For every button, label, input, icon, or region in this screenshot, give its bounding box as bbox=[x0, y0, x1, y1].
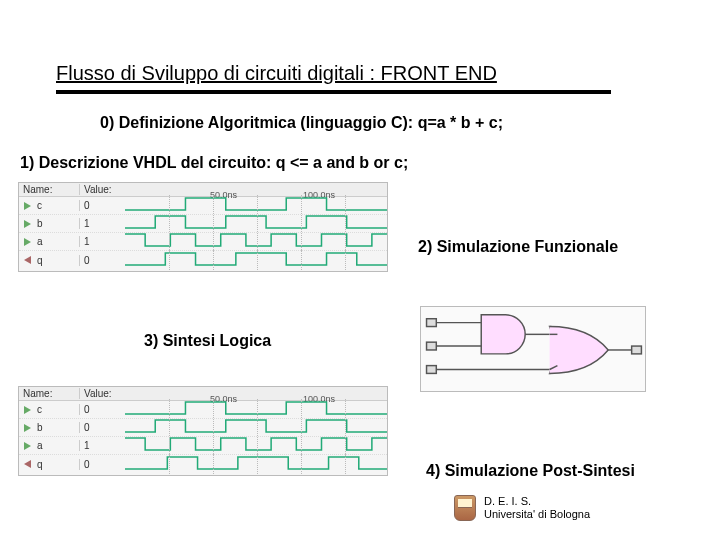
signal-value: 1 bbox=[79, 440, 125, 451]
step-2: 2) Simulazione Funzionale bbox=[418, 238, 618, 256]
university-crest-icon bbox=[454, 495, 476, 521]
signal-value: 1 bbox=[79, 218, 125, 229]
input-pin-icon bbox=[24, 442, 31, 450]
step-0: 0) Definizione Algoritmica (linguaggio C… bbox=[100, 114, 503, 132]
signal-name: b bbox=[35, 218, 79, 229]
signal-row: q 0 bbox=[19, 455, 387, 473]
svg-rect-1 bbox=[427, 342, 437, 350]
signal-value: 0 bbox=[79, 459, 125, 470]
signal-row: c 0 bbox=[19, 401, 387, 419]
step-1: 1) Descrizione VHDL del circuito: q <= a… bbox=[20, 154, 408, 172]
signal-name: a bbox=[35, 236, 79, 247]
input-pin-icon bbox=[24, 406, 31, 414]
signal-row: b 0 bbox=[19, 419, 387, 437]
col-name: Name: bbox=[19, 184, 79, 195]
svg-rect-0 bbox=[427, 319, 437, 327]
input-pin-icon bbox=[24, 220, 31, 228]
input-pin-icon bbox=[24, 424, 31, 432]
signal-name: c bbox=[35, 200, 79, 211]
svg-rect-8 bbox=[632, 346, 642, 354]
title-underline bbox=[56, 90, 611, 94]
signal-row: c 0 bbox=[19, 197, 387, 215]
signal-value: 1 bbox=[79, 236, 125, 247]
input-pin-icon bbox=[24, 202, 31, 210]
signal-name: q bbox=[35, 255, 79, 266]
output-pin-icon bbox=[24, 256, 31, 264]
footer-institution: Universita' di Bologna bbox=[484, 508, 590, 521]
signal-value: 0 bbox=[79, 200, 125, 211]
waveform-functional: Name: Value: 50.0ns 100.0ns c 0 b 1 a 1 bbox=[18, 182, 388, 272]
signal-name: b bbox=[35, 422, 79, 433]
step-3: 3) Sintesi Logica bbox=[144, 332, 271, 350]
svg-rect-2 bbox=[427, 366, 437, 374]
signal-row: a 1 bbox=[19, 233, 387, 251]
input-pin-icon bbox=[24, 238, 31, 246]
col-value: Value: bbox=[79, 184, 125, 195]
signal-row: b 1 bbox=[19, 215, 387, 233]
signal-name: a bbox=[35, 440, 79, 451]
col-value: Value: bbox=[79, 388, 125, 399]
signal-value: 0 bbox=[79, 255, 125, 266]
footer-org: D. E. I. S. bbox=[484, 495, 590, 508]
output-pin-icon bbox=[24, 460, 31, 468]
waveform-postsynth: Name: Value: 50.0ns 100.0ns c 0 b 0 a 1 bbox=[18, 386, 388, 476]
signal-name: c bbox=[35, 404, 79, 415]
logic-schematic bbox=[420, 306, 646, 392]
col-name: Name: bbox=[19, 388, 79, 399]
signal-row: q 0 bbox=[19, 251, 387, 269]
signal-row: a 1 bbox=[19, 437, 387, 455]
signal-value: 0 bbox=[79, 422, 125, 433]
page-title: Flusso di Sviluppo di circuiti digitali … bbox=[56, 62, 497, 85]
signal-name: q bbox=[35, 459, 79, 470]
step-4: 4) Simulazione Post-Sintesi bbox=[426, 462, 635, 480]
footer: D. E. I. S. Universita' di Bologna bbox=[454, 495, 590, 521]
signal-value: 0 bbox=[79, 404, 125, 415]
